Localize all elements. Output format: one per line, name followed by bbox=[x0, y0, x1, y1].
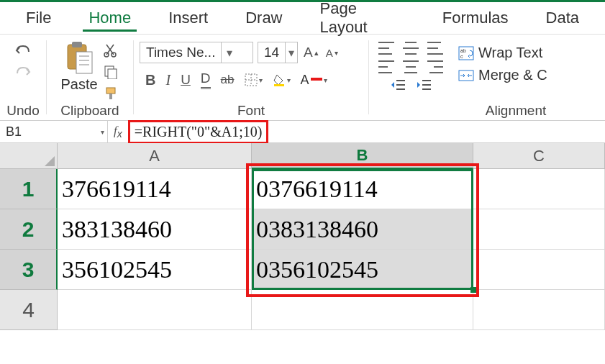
merge-center-button[interactable]: Merge & C bbox=[458, 67, 573, 83]
formula-bar[interactable]: =RIGHT("0"&A1;10) bbox=[128, 120, 269, 144]
svg-rect-9 bbox=[108, 69, 117, 79]
font-name-combo[interactable]: Times Ne... ▾ bbox=[140, 42, 253, 63]
align-middle-button[interactable] bbox=[403, 42, 419, 55]
group-label-undo: Undo bbox=[6, 103, 39, 120]
wrap-text-button[interactable]: abc Wrap Text bbox=[458, 45, 573, 61]
tab-data[interactable]: Data bbox=[527, 6, 598, 30]
cell-a1[interactable]: 376619114 bbox=[58, 169, 252, 209]
svg-text:ab: ab bbox=[460, 48, 466, 53]
svg-rect-16 bbox=[311, 78, 322, 81]
bold-button[interactable]: B bbox=[144, 72, 157, 88]
paste-button[interactable] bbox=[63, 40, 95, 75]
tab-draw[interactable]: Draw bbox=[227, 6, 301, 30]
svg-rect-15 bbox=[274, 84, 284, 86]
paste-label: Paste bbox=[60, 76, 97, 93]
merge-icon bbox=[458, 68, 474, 83]
cell-a4[interactable] bbox=[58, 290, 252, 330]
cell-b4[interactable] bbox=[252, 290, 473, 330]
cell-b3[interactable]: 0356102545 bbox=[252, 250, 473, 290]
font-size-combo[interactable]: 14 ▾ bbox=[258, 42, 298, 63]
format-painter-button[interactable] bbox=[102, 85, 119, 102]
column-header-a[interactable]: A bbox=[58, 143, 252, 169]
name-box-value: B1 bbox=[6, 124, 22, 140]
tab-page-layout[interactable]: Page Layout bbox=[301, 0, 424, 40]
row-header-4[interactable]: 4 bbox=[0, 290, 58, 330]
align-bottom-button[interactable] bbox=[427, 42, 443, 55]
svg-rect-2 bbox=[76, 52, 92, 73]
italic-button[interactable]: I bbox=[164, 72, 172, 88]
group-label-alignment: Alignment bbox=[486, 103, 547, 120]
cell-c2[interactable] bbox=[473, 209, 605, 250]
group-label-clipboard: Clipboard bbox=[60, 103, 119, 120]
wrap-text-icon: abc bbox=[458, 46, 474, 60]
name-box[interactable]: B1 ▾ bbox=[0, 121, 108, 142]
group-label-font: Font bbox=[237, 103, 265, 120]
chevron-down-icon[interactable]: ▾ bbox=[101, 128, 104, 136]
decrease-font-button[interactable]: A▾ bbox=[324, 47, 340, 59]
chevron-down-icon[interactable]: ▾ bbox=[221, 42, 237, 63]
tab-insert[interactable]: Insert bbox=[150, 6, 227, 30]
cut-button[interactable] bbox=[102, 42, 119, 59]
strikethrough-button[interactable]: ab bbox=[219, 73, 236, 87]
cell-c1[interactable] bbox=[473, 169, 605, 209]
svg-rect-10 bbox=[106, 88, 115, 94]
decrease-indent-button[interactable] bbox=[389, 79, 406, 91]
svg-rect-11 bbox=[109, 94, 112, 99]
wrap-text-label: Wrap Text bbox=[478, 45, 542, 61]
tab-formulas[interactable]: Formulas bbox=[424, 6, 527, 30]
cell-b1[interactable]: 0376619114 bbox=[252, 169, 473, 209]
double-underline-button[interactable]: D bbox=[199, 70, 212, 89]
column-header-b[interactable]: B bbox=[252, 143, 473, 169]
align-top-button[interactable] bbox=[378, 42, 394, 55]
select-all-corner[interactable] bbox=[0, 143, 58, 169]
undo-button[interactable] bbox=[14, 42, 32, 59]
font-color-button[interactable]: A ▾ bbox=[299, 73, 329, 88]
increase-font-button[interactable]: A▴ bbox=[302, 45, 320, 60]
row-header-1[interactable]: 1 bbox=[0, 169, 58, 209]
copy-button[interactable] bbox=[102, 63, 119, 81]
svg-rect-1 bbox=[72, 42, 82, 47]
underline-button[interactable]: U bbox=[179, 72, 192, 88]
borders-button[interactable]: ▾ bbox=[243, 73, 264, 86]
svg-text:c: c bbox=[460, 54, 463, 59]
align-left-button[interactable] bbox=[378, 60, 394, 73]
font-size-value: 14 bbox=[258, 45, 285, 60]
tab-home[interactable]: Home bbox=[70, 6, 150, 30]
cell-b2[interactable]: 0383138460 bbox=[252, 209, 473, 250]
fill-color-button[interactable]: ▾ bbox=[271, 73, 292, 86]
redo-button[interactable] bbox=[14, 63, 32, 81]
cell-c4[interactable] bbox=[473, 290, 605, 330]
column-header-c[interactable]: C bbox=[473, 143, 605, 169]
merge-label: Merge & C bbox=[478, 67, 547, 83]
chevron-down-icon[interactable]: ▾ bbox=[285, 42, 297, 63]
align-right-button[interactable] bbox=[427, 60, 443, 73]
row-header-2[interactable]: 2 bbox=[0, 209, 58, 250]
row-header-3[interactable]: 3 bbox=[0, 250, 58, 290]
cell-a2[interactable]: 383138460 bbox=[58, 209, 252, 250]
fx-button[interactable]: fx bbox=[108, 124, 128, 140]
align-center-button[interactable] bbox=[403, 60, 419, 73]
cell-c3[interactable] bbox=[473, 250, 605, 290]
tab-file[interactable]: File bbox=[7, 6, 70, 30]
font-name-value: Times Ne... bbox=[140, 45, 221, 60]
cell-a3[interactable]: 356102545 bbox=[58, 250, 252, 290]
increase-indent-button[interactable] bbox=[415, 79, 432, 91]
